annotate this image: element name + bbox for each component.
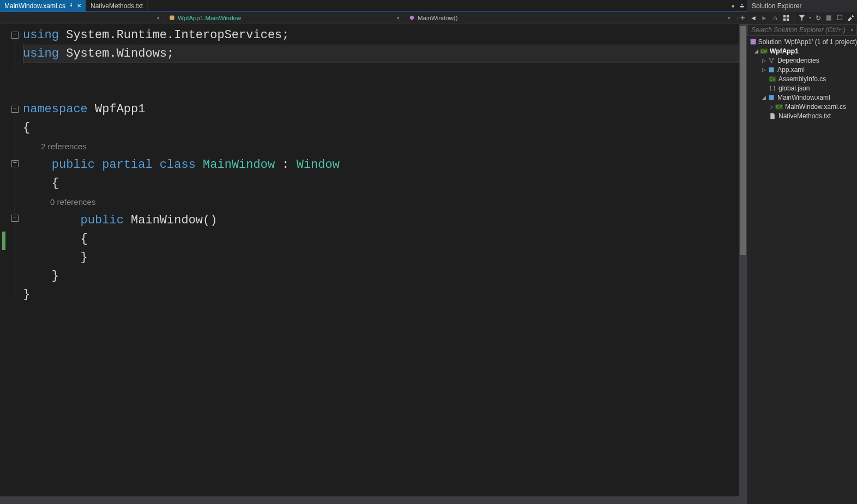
fold-toggle[interactable]	[11, 215, 19, 222]
tree-label: MainWindow.xaml.cs	[785, 103, 846, 111]
cs-icon: C#	[775, 103, 783, 111]
tree-project-node[interactable]: ◢ C# WpfApp1	[747, 46, 857, 56]
svg-rect-0	[783, 15, 786, 17]
fold-toggle[interactable]	[11, 160, 19, 167]
chevron-down-icon: ▾	[157, 15, 160, 21]
fold-toggle[interactable]	[11, 106, 19, 113]
tree-dependencies-node[interactable]: ▷ Dependencies	[747, 56, 857, 65]
tree-mainwindowxamlcs-node[interactable]: ▷ C# MainWindow.xaml.cs	[747, 102, 857, 111]
navbar-member-dropdown[interactable]: MainWindow() ▾	[403, 12, 734, 23]
tab-bar-right-controls: ▾	[732, 0, 747, 11]
class-icon	[169, 15, 175, 21]
fold-toggle[interactable]	[11, 32, 19, 39]
csproj-icon: C#	[759, 47, 768, 55]
xaml-icon	[767, 66, 776, 74]
code-editor[interactable]: using System.Runtime.InteropServices; us…	[23, 24, 739, 496]
show-all-icon[interactable]	[836, 14, 844, 22]
split-icon[interactable]: ↕	[737, 15, 739, 21]
code-token: {	[23, 121, 30, 135]
solution-search-input[interactable]	[751, 26, 851, 34]
code-token: WpfApp1	[88, 102, 146, 116]
tree-globaljson-node[interactable]: global.json	[747, 83, 857, 93]
tree-label: NativeMethods.txt	[778, 112, 831, 120]
code-token: }	[23, 269, 59, 283]
collapse-all-icon[interactable]	[825, 14, 833, 22]
dependencies-icon	[767, 57, 776, 64]
code-token: }	[23, 288, 30, 301]
tree-appxaml-node[interactable]: ▷ App.xaml	[747, 65, 857, 74]
svg-rect-8	[750, 39, 756, 45]
cs-icon: C#	[768, 75, 777, 83]
pin-icon[interactable]	[69, 3, 74, 9]
solution-icon	[750, 38, 757, 46]
vertical-scrollbar[interactable]	[739, 24, 747, 496]
code-navbar: ▾ WpfApp1.MainWindow ▾ MainWindow() ▾ ↕ …	[0, 12, 747, 24]
expand-icon[interactable]: ✚	[740, 15, 745, 21]
tree-nativemethods-node[interactable]: NativeMethods.txt	[747, 111, 857, 120]
code-token: System.Runtime.InteropServices;	[59, 28, 289, 42]
tree-label: App.xaml	[777, 66, 805, 74]
tab-mainwindow-cs[interactable]: MainWindow.xaml.cs ✕	[0, 0, 86, 11]
switch-views-icon[interactable]	[782, 14, 790, 22]
svg-rect-12	[769, 67, 774, 72]
expand-icon[interactable]: ▷	[761, 67, 767, 72]
code-token: MainWindow	[124, 214, 203, 227]
navbar-class-dropdown[interactable]: WpfApp1.MainWindow ▾	[164, 12, 403, 23]
panel-title-label: Solution Explorer	[752, 2, 801, 10]
tree-label: Dependencies	[777, 57, 819, 64]
file-icon	[768, 112, 777, 120]
code-token: MainWindow	[196, 158, 275, 172]
solution-search[interactable]: ▾	[747, 24, 857, 36]
codelens-refs[interactable]: 0 references	[50, 197, 95, 207]
codelens-refs[interactable]: 2 references	[41, 142, 86, 151]
solution-explorer-title: Solution Explorer	[747, 0, 857, 12]
back-icon[interactable]: ◄	[750, 14, 757, 22]
home-icon[interactable]: ⌂	[771, 14, 779, 22]
expand-icon[interactable]: ▷	[768, 104, 775, 110]
tree-label: Solution 'WpfApp1' (1 of 1 project)	[758, 38, 857, 46]
svg-rect-1	[787, 15, 789, 17]
code-body[interactable]: using System.Runtime.InteropServices; us…	[0, 24, 747, 496]
code-token: }	[23, 251, 88, 264]
solution-tree[interactable]: Solution 'WpfApp1' (1 of 1 project) ◢ C#…	[747, 36, 857, 504]
tree-label: MainWindow.xaml	[777, 94, 830, 101]
tab-label: NativeMethods.txt	[90, 2, 143, 10]
code-token: {	[23, 177, 59, 190]
sync-icon[interactable]: ↻	[814, 14, 822, 22]
tab-label: MainWindow.xaml.cs	[4, 2, 65, 10]
solution-explorer-toolbar: ◄ ► ⌂ | ▾ ↻	[747, 12, 857, 24]
tree-assemblyinfo-node[interactable]: C# AssemblyInfo.cs	[747, 74, 857, 83]
xaml-icon	[767, 94, 776, 101]
json-icon	[768, 84, 777, 92]
fold-gutter	[5, 24, 23, 496]
code-token: public	[23, 158, 95, 172]
forward-icon[interactable]: ►	[761, 14, 768, 22]
code-token: using	[23, 28, 59, 42]
horizontal-scrollbar[interactable]	[0, 496, 747, 504]
code-token: public	[23, 214, 124, 227]
properties-icon[interactable]	[847, 14, 855, 22]
scroll-thumb[interactable]	[740, 26, 746, 255]
collapse-icon[interactable]: ◢	[761, 95, 767, 100]
window-options-icon[interactable]	[739, 3, 745, 9]
navbar-project-dropdown[interactable]: ▾	[0, 12, 164, 23]
code-token: {	[23, 232, 88, 246]
tab-nativemethods[interactable]: NativeMethods.txt	[86, 0, 148, 11]
chevron-down-icon[interactable]: ▾	[851, 28, 853, 33]
editor-area: MainWindow.xaml.cs ✕ NativeMethods.txt ▾…	[0, 0, 747, 504]
svg-rect-13	[769, 95, 774, 100]
svg-rect-6	[826, 19, 831, 20]
tree-mainwindowxaml-node[interactable]: ◢ MainWindow.xaml	[747, 93, 857, 102]
code-token: Window	[297, 158, 340, 172]
collapse-icon[interactable]: ◢	[753, 48, 759, 54]
method-icon	[409, 15, 415, 21]
expand-icon[interactable]: ▷	[761, 58, 767, 63]
tree-label: WpfApp1	[770, 47, 799, 55]
tab-dropdown-icon[interactable]: ▾	[732, 3, 737, 9]
tree-solution-node[interactable]: Solution 'WpfApp1' (1 of 1 project)	[747, 37, 857, 46]
filter-icon[interactable]	[798, 14, 806, 22]
margin-strip	[0, 24, 5, 496]
close-icon[interactable]: ✕	[77, 3, 81, 9]
code-token: class	[153, 158, 196, 172]
code-token: using	[23, 47, 59, 60]
